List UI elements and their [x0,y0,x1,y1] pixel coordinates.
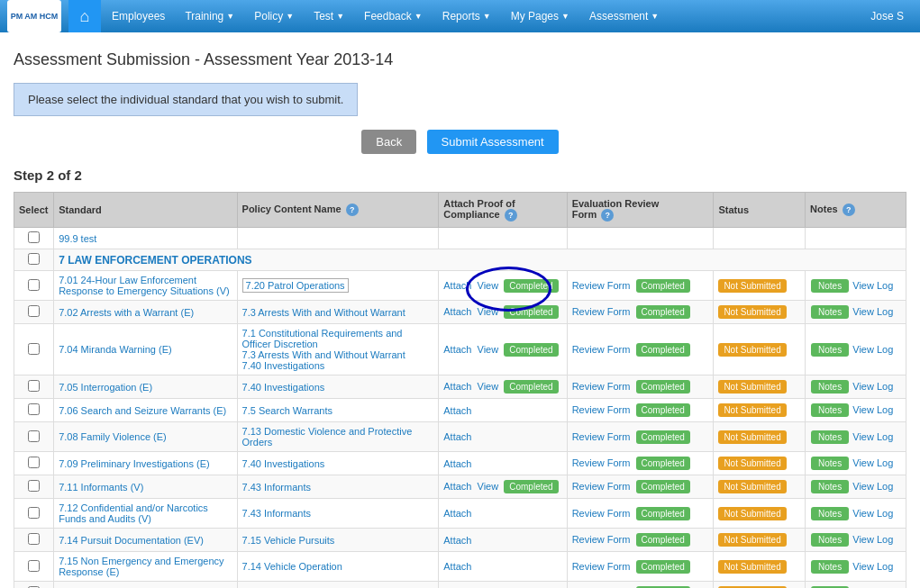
attach-link[interactable]: Attach [443,344,471,355]
policy-link-1[interactable]: 7.1 Constitutional Requirements and Offi… [242,328,403,349]
row-checkbox[interactable] [28,403,40,415]
attach-link[interactable]: Attach [443,458,471,469]
attach-link[interactable]: Attach [443,405,471,416]
viewlog-link[interactable]: View Log [852,457,893,468]
policy-link[interactable]: 7.15 Vehicle Pursuits [242,535,335,546]
attach-link[interactable]: Attach [443,535,471,546]
policy-link[interactable]: 7.5 Search Warrants [242,405,332,416]
standard-link[interactable]: 7.11 Informants (V) [59,482,143,493]
standard-link[interactable]: 7.02 Arrests with a Warrant (E) [59,307,194,318]
row-checkbox[interactable] [28,305,40,317]
nav-training[interactable]: Training ▼ [176,0,243,32]
row-checkbox[interactable] [28,279,40,291]
row-checkbox[interactable] [28,380,40,392]
notes-button[interactable]: Notes [811,430,849,444]
view-link[interactable]: View [478,280,499,291]
nav-mypages[interactable]: My Pages ▼ [502,0,578,32]
row-checkbox[interactable] [28,457,40,468]
review-form-link[interactable]: Review Form [572,481,631,492]
row-checkbox[interactable] [28,480,40,492]
review-info-icon[interactable]: ? [601,209,614,222]
attach-info-icon[interactable]: ? [505,209,517,222]
notes-button[interactable]: Notes [811,533,849,547]
policy-link[interactable]: 7.43 Informants [242,482,311,493]
row-checkbox[interactable] [28,253,40,265]
standard-link[interactable]: 7.14 Pursuit Documentation (EV) [59,535,204,546]
review-form-link[interactable]: Review Form [572,404,631,415]
row-checkbox[interactable] [28,343,40,355]
nav-employees[interactable]: Employees [103,0,174,32]
viewlog-link[interactable]: View Log [852,561,893,572]
standard-link[interactable]: 99.9 test [59,233,96,244]
policy-info-icon[interactable]: ? [346,204,359,216]
attach-link[interactable]: Attach [443,280,471,291]
submit-assessment-button[interactable]: Submit Assessment [427,130,559,154]
notes-button[interactable]: Notes [811,560,849,574]
notes-button[interactable]: Notes [811,305,849,319]
policy-link[interactable]: 7.40 Investigations [242,382,325,393]
home-button[interactable]: ⌂ [68,0,101,32]
viewlog-link[interactable]: View Log [852,404,893,415]
notes-button[interactable]: Notes [811,403,849,417]
review-form-link[interactable]: Review Form [572,344,631,355]
nav-assessment[interactable]: Assessment ▼ [580,0,668,32]
standard-link[interactable]: 7.09 Preliminary Investigations (E) [59,458,210,469]
viewlog-link[interactable]: View Log [852,508,893,519]
standard-link[interactable]: 7.06 Search and Seizure Warrants (E) [59,405,226,416]
viewlog-link[interactable]: View Log [852,481,893,492]
review-form-link[interactable]: Review Form [572,306,631,317]
row-checkbox[interactable] [28,231,40,243]
viewlog-link[interactable]: View Log [852,344,893,355]
review-form-link[interactable]: Review Form [572,508,631,519]
policy-link[interactable]: 7.20 Patrol Operations [242,278,349,293]
notes-button[interactable]: Notes [811,380,849,394]
notes-info-icon[interactable]: ? [843,204,855,216]
back-button[interactable]: Back [361,130,416,154]
attach-link[interactable]: Attach [443,481,471,492]
policy-link[interactable]: 7.13 Domestic Violence and Protective Or… [242,426,413,448]
attach-link[interactable]: Attach [443,306,471,317]
review-form-link[interactable]: Review Form [572,431,631,442]
policy-link[interactable]: 7.3 Arrests With and Without Warrant [242,307,405,318]
policy-link-3[interactable]: 7.40 Investigations [242,360,325,371]
policy-link[interactable]: 7.43 Informants [242,508,311,519]
attach-link[interactable]: Attach [443,508,471,519]
nav-feedback[interactable]: Feedback ▼ [355,0,432,32]
viewlog-link[interactable]: View Log [852,280,893,291]
row-checkbox[interactable] [28,533,40,545]
nav-test[interactable]: Test ▼ [305,0,353,32]
policy-link[interactable]: 7.40 Investigations [242,458,325,469]
review-form-link[interactable]: Review Form [572,534,631,545]
viewlog-link[interactable]: View Log [852,431,893,442]
view-link[interactable]: View [478,481,499,492]
row-checkbox[interactable] [28,560,40,572]
row-checkbox[interactable] [28,430,40,442]
attach-link[interactable]: Attach [443,561,471,572]
policy-link-2[interactable]: 7.3 Arrests With and Without Warrant [242,349,405,360]
view-link[interactable]: View [478,381,499,392]
review-form-link[interactable]: Review Form [572,457,631,468]
notes-button[interactable]: Notes [811,507,849,520]
policy-link[interactable]: 7.14 Vehicle Operation [242,561,342,572]
attach-link[interactable]: Attach [443,381,471,392]
review-form-link[interactable]: Review Form [572,381,631,392]
viewlog-link[interactable]: View Log [852,381,893,392]
standard-link[interactable]: 7.01 24-Hour Law Enforcement Response to… [59,275,230,296]
standard-link[interactable]: 7.04 Miranda Warning (E) [59,344,172,355]
row-checkbox[interactable] [28,507,40,519]
viewlog-link[interactable]: View Log [852,306,893,317]
standard-link[interactable]: 7.12 Confidential and/or Narcotics Funds… [59,502,208,524]
nav-policy[interactable]: Policy ▼ [245,0,303,32]
notes-button[interactable]: Notes [811,457,849,470]
attach-link[interactable]: Attach [443,431,471,442]
review-form-link[interactable]: Review Form [572,280,631,291]
review-form-link[interactable]: Review Form [572,561,631,572]
standard-link[interactable]: 7.15 Non Emergency and Emergency Respons… [59,556,223,577]
view-link[interactable]: View [478,344,499,355]
notes-button[interactable]: Notes [811,343,849,357]
standard-link[interactable]: 7.08 Family Violence (E) [59,431,167,442]
viewlog-link[interactable]: View Log [852,534,893,545]
notes-button[interactable]: Notes [811,279,849,293]
standard-link[interactable]: 7.05 Interrogation (E) [59,382,152,393]
nav-reports[interactable]: Reports ▼ [433,0,500,32]
